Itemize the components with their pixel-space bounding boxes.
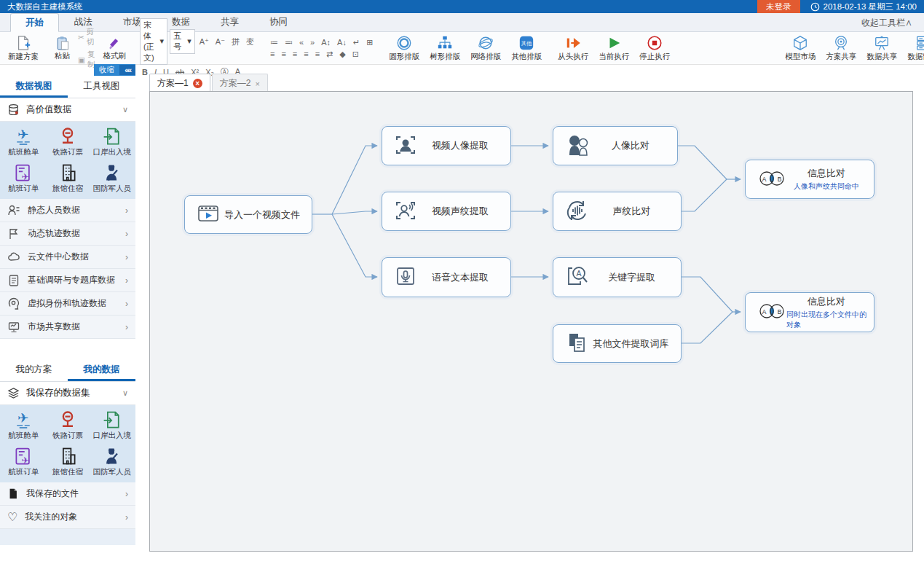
svg-text:A: A — [762, 308, 767, 316]
dataset-border-entry-exit[interactable]: 口岸出入境 — [90, 126, 134, 157]
tree-layout-button[interactable]: 树形排版 — [425, 33, 465, 63]
node-speech-text-extract[interactable]: 语音文本提取 — [382, 257, 511, 297]
run-from-start-button[interactable]: 从头执行 — [553, 33, 593, 63]
font-family-select[interactable]: 宋体 (正文)▾ — [140, 18, 167, 65]
tab-plan-2[interactable]: 方案—2 × — [212, 74, 268, 93]
node-voiceprint-compare[interactable]: 声纹比对 — [553, 192, 682, 231]
borders-button[interactable]: ⊞ — [364, 37, 375, 47]
circle-layout-button[interactable]: 圆形排版 — [384, 33, 425, 63]
collapse-chevrons-icon: «« — [119, 65, 135, 75]
tab-my-data[interactable]: 我的数据 — [68, 359, 135, 381]
line-spacing-button[interactable]: A↕ — [319, 37, 333, 47]
dataset-military-personnel[interactable]: 国防军人员 — [90, 162, 134, 194]
align-left-button[interactable]: ≡ — [268, 49, 277, 59]
clipboard-group: 粘贴 ✂ 剪切 ▣ 复制 格式刷 — [50, 33, 131, 63]
node-face-compare[interactable]: 人像比对 — [553, 126, 678, 165]
other-layout-button[interactable]: 其他 其他排版 — [506, 33, 547, 63]
align-right-button[interactable]: ≡ — [291, 49, 299, 59]
dataset-flight-manifest[interactable]: ✈ 航班舱单 — [1, 410, 46, 441]
sidebar-collapse-button[interactable]: 收缩 «« — [94, 64, 135, 76]
text-direction-button[interactable]: ⇄ — [324, 49, 335, 59]
menu-tab-collab[interactable]: 协同 — [254, 12, 303, 31]
plan-share-button[interactable]: 方案共享 — [821, 33, 861, 63]
node-keyword-extract[interactable]: A 关键字提取 — [553, 257, 682, 297]
node-import-video-file[interactable]: 导入一个视频文件 — [184, 195, 312, 234]
dataset-rail-tickets[interactable]: 铁路订票 — [46, 126, 90, 157]
sidebar-item-cloud-file-data[interactable]: 云文件中心数据 › — [0, 246, 135, 269]
tab-my-plans[interactable]: 我的方案 — [0, 359, 68, 381]
align-center-button[interactable]: ≡ — [279, 49, 288, 59]
new-plan-button[interactable]: 新建方案 — [3, 33, 44, 63]
sidebar-item-virtual-identity-data[interactable]: 虚拟身份和轨迹数据 › — [0, 292, 135, 316]
flag-icon — [7, 227, 20, 240]
tab-plan-1[interactable]: 方案—1 × — [149, 74, 210, 93]
bold-button[interactable]: B — [140, 67, 150, 77]
voice-compare-icon — [565, 199, 590, 224]
paste-button[interactable]: 粘贴 — [50, 34, 75, 63]
grow-font-button[interactable]: A⁺ — [197, 36, 211, 47]
close-tab-icon[interactable]: × — [255, 79, 259, 88]
table-button[interactable]: ⊡ — [350, 49, 361, 59]
tab-data-view[interactable]: 数据视图 — [0, 76, 68, 98]
sidebar-item-market-shared-data[interactable]: 市场共享数据 › — [0, 316, 135, 339]
dataset-hotel-stay[interactable]: 旅馆住宿 — [46, 446, 90, 477]
node-info-compare-1[interactable]: A B 信息比对 人像和声纹共同命中 — [745, 160, 874, 199]
svg-text:✈: ✈ — [22, 172, 29, 182]
toolbar: 新建方案 粘贴 ✂ 剪切 ▣ 复制 — [0, 32, 924, 65]
justify-button[interactable]: ≡ — [301, 49, 310, 59]
sidebar-item-static-person-data[interactable]: 静态人员数据 › — [0, 199, 135, 222]
show-marks-button[interactable]: ↵ — [351, 37, 362, 47]
dataset-border-entry-exit[interactable]: 口岸出入境 — [90, 410, 134, 441]
svg-text:A: A — [576, 269, 581, 278]
chevron-right-icon: › — [125, 252, 128, 262]
clock-icon — [810, 2, 820, 12]
dataset-hotel-stay[interactable]: 旅馆住宿 — [46, 162, 90, 194]
dataset-flight-manifest[interactable]: ✈ 航班舱单 — [1, 126, 46, 157]
dataset-rail-tickets[interactable]: 铁路订票 — [46, 410, 90, 441]
collapse-toolbar-button[interactable]: 收起工具栏∧ — [850, 14, 924, 31]
saved-datasets-header[interactable]: 我保存的数据集 ∨ — [0, 382, 135, 405]
sidebar: 收缩 «« 数据视图 工具视图 高价值数据 ∨ ✈ 航班舱单 — [0, 64, 135, 545]
data-retention-button[interactable]: 数据留存 — [902, 33, 924, 63]
menu-tab-start[interactable]: 开始 — [10, 13, 59, 32]
shrink-font-button[interactable]: A⁻ — [213, 36, 227, 47]
sidebar-item-research-library-data[interactable]: 基础调研与专题库数据 › — [0, 269, 135, 292]
stop-button[interactable]: 停止执行 — [634, 33, 675, 63]
font-size-select[interactable]: 五号▾ — [170, 29, 195, 54]
login-status-badge[interactable]: 未登录 — [757, 0, 800, 13]
sidebar-item-saved-files[interactable]: 我保存的文件 › — [0, 482, 135, 506]
bullet-list-button[interactable]: ≔ — [268, 37, 280, 47]
sidebar-item-trajectory-data[interactable]: 动态轨迹数据 › — [0, 222, 135, 246]
distribute-button[interactable]: ≡ — [313, 49, 322, 59]
node-video-voiceprint-extract[interactable]: 视频声纹提取 — [382, 192, 511, 231]
tab-tool-view[interactable]: 工具视图 — [68, 76, 135, 98]
format-painter-button[interactable]: 格式刷 — [98, 34, 131, 63]
decrease-indent-button[interactable]: « — [297, 37, 306, 47]
node-other-files-lexicon[interactable]: 其他文件提取词库 — [553, 324, 682, 363]
node-video-face-extract[interactable]: 视频人像提取 — [382, 126, 511, 165]
close-tab-icon[interactable]: × — [193, 79, 202, 88]
increase-indent-button[interactable]: » — [308, 37, 317, 47]
phonetic-guide-button[interactable]: 拼 — [229, 36, 242, 47]
change-case-button[interactable]: 变 — [244, 36, 256, 47]
flow-canvas[interactable]: 导入一个视频文件 视频人像提取 — [149, 91, 913, 552]
high-value-data-header[interactable]: 高价值数据 ∨ — [0, 98, 135, 122]
sidebar-item-followed-objects[interactable]: ♡ 我关注的对象 › — [0, 506, 135, 529]
chevron-right-icon: › — [125, 299, 128, 309]
railway-icon — [57, 410, 79, 430]
cut-button[interactable]: ✂ 剪切 — [75, 27, 98, 47]
model-market-button[interactable]: 模型市场 — [780, 33, 821, 63]
sort-button[interactable]: A↓ — [335, 37, 349, 47]
dataset-flight-orders[interactable]: ✈ 航班订单 — [1, 446, 46, 477]
network-layout-button[interactable]: 网络排版 — [465, 33, 506, 63]
node-info-compare-2[interactable]: A B 信息比对 同时出现在多个文件中的对象 — [745, 292, 874, 332]
run-current-button[interactable]: 当前执行 — [593, 33, 634, 63]
dataset-military-personnel[interactable]: 国防军人员 — [90, 446, 134, 477]
datetime-text: 2018-02-13 星期三 14:00 — [824, 1, 917, 12]
flight-order-icon: ✈ — [12, 162, 34, 183]
data-share-button[interactable]: 数据共享 — [861, 33, 902, 63]
dataset-flight-orders[interactable]: ✈ 航班订单 — [1, 162, 46, 194]
shading-button[interactable]: ◆ — [337, 49, 347, 59]
numbered-list-button[interactable]: ≕ — [283, 37, 295, 47]
svg-text:B: B — [778, 308, 782, 316]
